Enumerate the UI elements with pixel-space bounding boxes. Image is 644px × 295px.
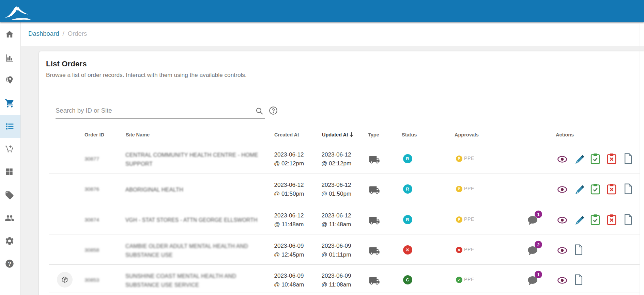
svg-text:1: 1 <box>537 212 539 217</box>
svg-text:?: ? <box>8 261 11 266</box>
svg-text:1: 1 <box>537 272 539 277</box>
svg-text:2: 2 <box>537 242 539 247</box>
